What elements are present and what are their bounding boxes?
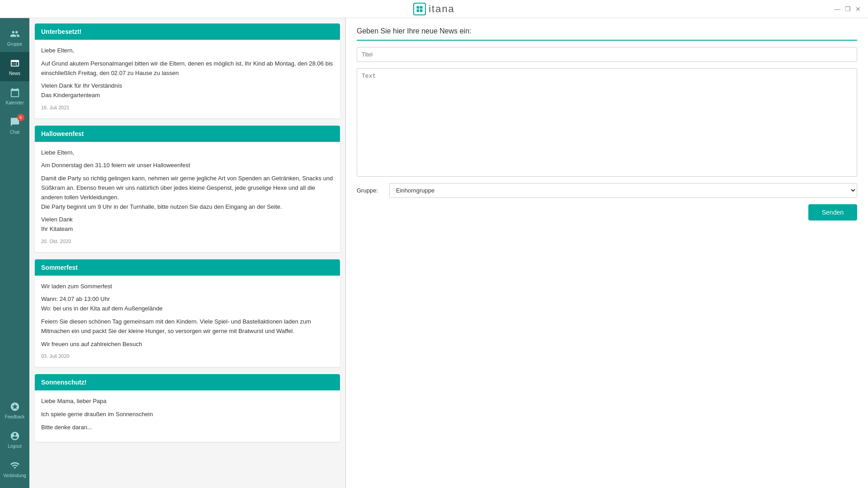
chat-label: Chat — [10, 130, 19, 135]
chat-badge: 8 — [17, 114, 24, 121]
sidebar-item-verbindung[interactable]: Verbindung — [0, 454, 29, 483]
svg-rect-0 — [417, 6, 420, 9]
title-bar: itana — ❐ ✕ — [0, 0, 868, 18]
sidebar-item-chat[interactable]: 8 Chat — [0, 111, 29, 140]
news-card-4-body: Liebe Mama, lieber Papa Ich spiele gerne… — [35, 390, 340, 442]
sidebar-item-kalender[interactable]: Kalender — [0, 81, 29, 111]
news-card-3: Sommerfest Wir laden zum Sommerfest Wann… — [35, 259, 340, 367]
sidebar: Gruppe News Kalender 8 Chat — [0, 18, 29, 488]
content-area: Unterbesetzt! Liebe Eltern, Auf Grund ak… — [29, 18, 868, 488]
news-card-3-title: Sommerfest — [35, 259, 340, 276]
gruppe-select[interactable]: Einhorngruppe Löwengruppe Schmetterlings… — [389, 183, 857, 198]
main-layout: Gruppe News Kalender 8 Chat — [0, 18, 868, 488]
news-card-3-body: Wir laden zum Sommerfest Wann: 24.07 ab … — [35, 276, 340, 367]
news-text-input[interactable] — [357, 68, 857, 177]
gruppe-label: Gruppe — [7, 42, 22, 47]
minimize-button[interactable]: — — [834, 5, 840, 13]
news-card-2: Halloweenfest Liebe Eltern, Am Donnersta… — [35, 126, 340, 252]
sidebar-item-feedback[interactable]: Feedback — [0, 395, 29, 425]
logout-label: Logout — [8, 444, 22, 449]
news-card-3-date: 03. Juli 2020 — [41, 352, 334, 361]
logout-icon — [9, 430, 21, 442]
sidebar-item-logout[interactable]: Logout — [0, 425, 29, 454]
sidebar-item-news[interactable]: News — [0, 52, 29, 81]
logo-icon — [413, 3, 426, 15]
maximize-button[interactable]: ❐ — [845, 5, 851, 13]
close-button[interactable]: ✕ — [855, 5, 861, 13]
calendar-icon — [9, 87, 21, 99]
kalender-label: Kalender — [5, 100, 24, 105]
right-panel: Geben Sie hier Ihre neue News ein: Grupp… — [346, 18, 868, 488]
svg-rect-3 — [420, 9, 423, 12]
news-list-panel[interactable]: Unterbesetzt! Liebe Eltern, Auf Grund ak… — [29, 18, 346, 488]
svg-rect-2 — [417, 9, 420, 12]
logo-text: itana — [429, 3, 455, 15]
group-icon — [9, 28, 21, 40]
feedback-icon — [9, 401, 21, 413]
news-card-4-title: Sonnenschutz! — [35, 374, 340, 390]
news-card-4: Sonnenschutz! Liebe Mama, lieber Papa Ic… — [35, 374, 340, 442]
logo: itana — [413, 3, 455, 15]
news-card-1-body: Liebe Eltern, Auf Grund akutem Personalm… — [35, 40, 340, 118]
svg-rect-1 — [420, 6, 423, 9]
news-card-2-title: Halloweenfest — [35, 126, 340, 142]
news-card-1-date: 16. Juli 2021 — [41, 104, 334, 112]
news-card-2-date: 20. Okt. 2020 — [41, 238, 334, 246]
senden-row: Senden — [357, 204, 857, 221]
sidebar-item-gruppe[interactable]: Gruppe — [0, 23, 29, 52]
chat-icon: 8 — [9, 116, 21, 128]
gruppe-row: Gruppe: Einhorngruppe Löwengruppe Schmet… — [357, 183, 857, 198]
gruppe-label: Gruppe: — [357, 187, 384, 194]
senden-button[interactable]: Senden — [808, 204, 857, 221]
connection-icon — [9, 460, 21, 471]
right-panel-title: Geben Sie hier Ihre neue News ein: — [357, 27, 857, 41]
verbindung-label: Verbindung — [3, 473, 26, 478]
news-icon — [9, 57, 21, 69]
news-card-2-body: Liebe Eltern, Am Donnerstag den 31.10 fe… — [35, 142, 340, 252]
news-label: News — [9, 71, 20, 76]
news-card-1-title: Unterbesetzt! — [35, 23, 340, 40]
feedback-label: Feedback — [5, 414, 25, 419]
news-title-input[interactable] — [357, 47, 857, 62]
window-controls: — ❐ ✕ — [834, 5, 861, 13]
news-card-1: Unterbesetzt! Liebe Eltern, Auf Grund ak… — [35, 23, 340, 118]
